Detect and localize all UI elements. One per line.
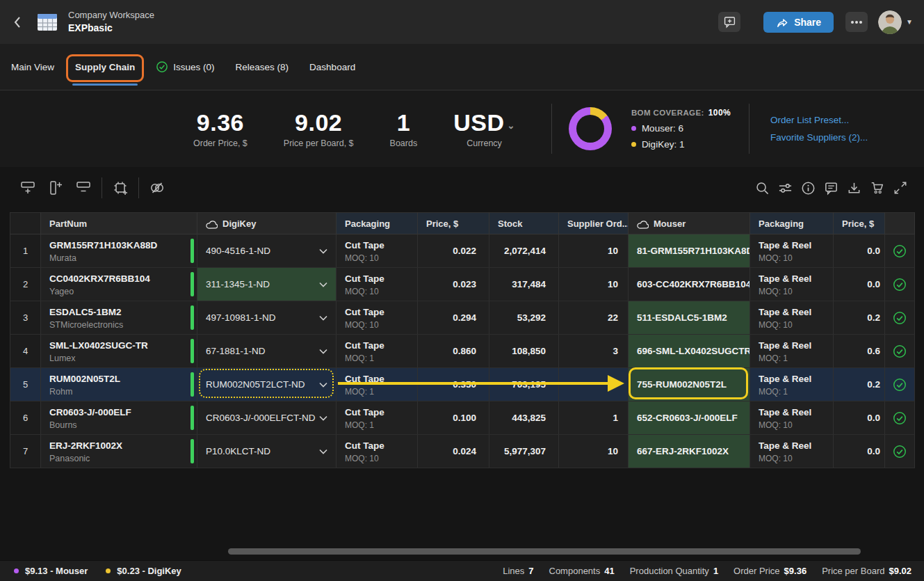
check-circle-icon	[892, 310, 907, 326]
partnum-cell[interactable]: CR0603-J/-000ELFBourns	[41, 401, 197, 435]
supplier-orderable[interactable]: 3	[559, 335, 629, 368]
part-number: ERJ-2RKF1002X	[49, 439, 186, 453]
add-column-button[interactable]	[42, 175, 70, 200]
account-menu-caret[interactable]: ▼	[906, 18, 913, 26]
tab-issues[interactable]: Issues (0)	[156, 56, 214, 77]
share-label: Share	[794, 17, 821, 28]
stat-boards: 1 Boards	[390, 109, 418, 148]
expand-button[interactable]	[889, 175, 911, 200]
supplier-orderable[interactable]: 10	[559, 268, 629, 301]
col-digikey[interactable]: DigiKey	[197, 213, 337, 234]
unlink-button[interactable]	[143, 175, 171, 200]
col-price-digikey[interactable]: Price, $	[418, 213, 489, 234]
status-cell[interactable]	[885, 335, 915, 368]
filter-sliders-icon	[778, 181, 793, 196]
mouser-part-cell[interactable]: 511-ESDALC5-1BM2	[629, 301, 750, 335]
more-options-button[interactable]	[845, 12, 868, 32]
digikey-part-dropdown[interactable]: RUM002N05T2LCT-ND	[197, 368, 337, 401]
cart-button[interactable]	[866, 175, 889, 200]
digikey-part: 497-10981-1-ND	[206, 312, 276, 323]
mouser-packaging-cell: Tape & ReelMOQ: 1	[750, 368, 834, 401]
col-supplier-orderable[interactable]: Supplier Ord...	[559, 213, 629, 234]
back-button[interactable]	[7, 16, 28, 29]
mouser-part-cell[interactable]: 667-ERJ-2RKF1002X	[629, 435, 750, 468]
workspace-name: Company Workspace	[68, 10, 154, 22]
partnum-cell[interactable]: SML-LX0402SUGC-TRLumex	[41, 335, 197, 368]
mouser-part-cell[interactable]: 603-CC402KRX7R6BB104	[629, 268, 750, 301]
partnum-cell[interactable]: ERJ-2RKF1002XPanasonic	[41, 435, 197, 468]
remove-row-button[interactable]	[70, 175, 97, 200]
partnum-cell[interactable]: ESDALC5-1BM2STMicroelectronics	[41, 301, 197, 335]
add-component-button[interactable]	[106, 175, 134, 200]
partnum-cell[interactable]: RUM002N05T2LRohm	[41, 368, 197, 401]
moq: MOQ: 10	[345, 454, 409, 463]
favorite-suppliers-link[interactable]: Favorite Suppliers (2)...	[770, 132, 868, 143]
mouser-part-cell[interactable]: 696-SML-LX0402SUGCTR	[629, 335, 750, 368]
share-button[interactable]: Share	[763, 12, 834, 33]
user-avatar[interactable]	[878, 10, 902, 34]
supplier-orderable[interactable]	[559, 368, 629, 401]
status-cell[interactable]	[885, 268, 915, 301]
col-price-mouser[interactable]: Price, $	[834, 213, 885, 234]
packaging-type: Tape & Reel	[759, 272, 825, 286]
divider	[749, 104, 749, 154]
horizontal-scrollbar-thumb[interactable]	[228, 548, 861, 555]
partnum-cell[interactable]: GRM155R71H103KA88DMurata	[41, 234, 197, 268]
status-cell[interactable]	[885, 301, 915, 335]
currency-value: USD	[453, 109, 504, 136]
digikey-part-dropdown[interactable]: CR0603-J/-000ELFCT-ND	[197, 401, 337, 435]
col-partnum[interactable]: PartNum	[41, 213, 197, 234]
row-number: 7	[10, 435, 41, 468]
digikey-part-dropdown[interactable]: P10.0KLCT-ND	[197, 435, 337, 468]
order-list-preset-link[interactable]: Order List Preset...	[770, 115, 868, 125]
tab-dashboard[interactable]: Dashboard	[309, 58, 355, 77]
col-packaging-mouser[interactable]: Packaging	[750, 213, 834, 234]
availability-bar	[191, 239, 194, 263]
add-row-button[interactable]	[14, 175, 42, 200]
chip-plus-icon	[112, 180, 129, 196]
digikey-part-dropdown[interactable]: 497-10981-1-ND	[197, 301, 337, 335]
stock: 703,195	[489, 368, 559, 401]
comments-button[interactable]	[820, 175, 843, 200]
mouser-part-cell[interactable]: 81-GRM155R71H103KA8D	[629, 234, 750, 268]
mouser-part-cell[interactable]: 652-CR0603-J/-000ELF	[629, 401, 750, 435]
tab-supply-chain[interactable]: Supply Chain	[75, 58, 135, 77]
manufacturer: Yageo	[49, 287, 186, 296]
col-packaging-digikey[interactable]: Packaging	[337, 213, 418, 234]
mouser-part-cell[interactable]: 755-RUM002N05T2L	[629, 368, 750, 401]
digikey-price: 0.100	[418, 401, 489, 435]
mouser-price: 0.0	[834, 234, 885, 268]
packaging-type: Tape & Reel	[759, 406, 825, 420]
info-button[interactable]	[797, 175, 820, 200]
components-stat: Components41	[549, 566, 615, 576]
digikey-packaging-cell: Cut TapeMOQ: 10	[337, 234, 418, 268]
search-button[interactable]	[751, 175, 774, 200]
packaging-type: Tape & Reel	[759, 372, 825, 386]
status-cell[interactable]	[885, 435, 915, 468]
mouser-packaging-cell: Tape & ReelMOQ: 10	[750, 268, 834, 301]
tab-main-view[interactable]: Main View	[11, 58, 54, 77]
digikey-part-dropdown[interactable]: 67-1881-1-ND	[197, 335, 337, 368]
manufacturer: Panasonic	[49, 454, 186, 463]
tab-releases[interactable]: Releases (8)	[236, 58, 289, 77]
supplier-orderable[interactable]: 1	[559, 401, 629, 435]
status-cell[interactable]	[885, 368, 915, 401]
supplier-orderable[interactable]: 10	[559, 234, 629, 268]
supplier-orderable[interactable]: 10	[559, 435, 629, 468]
download-button[interactable]	[843, 175, 866, 200]
part-number: CC0402KRX7R6BB104	[49, 272, 186, 286]
currency-selector[interactable]: USD⌄ Currency	[453, 109, 515, 148]
filter-button[interactable]	[774, 175, 797, 200]
digikey-part-dropdown[interactable]: 311-1345-1-ND	[197, 268, 337, 301]
partnum-cell[interactable]: CC0402KRX7R6BB104Yageo	[41, 268, 197, 301]
supplier-orderable[interactable]: 22	[559, 301, 629, 335]
comment-add-button[interactable]	[718, 12, 740, 32]
col-mouser[interactable]: Mouser	[629, 213, 750, 234]
check-circle-icon	[892, 277, 907, 292]
status-cell[interactable]	[885, 234, 915, 268]
tab-releases-label: Releases (8)	[236, 62, 289, 72]
digikey-part-dropdown[interactable]: 490-4516-1-ND	[197, 234, 337, 268]
col-stock[interactable]: Stock	[489, 213, 559, 234]
status-cell[interactable]	[885, 401, 915, 435]
bom-coverage-donut-chart	[569, 107, 612, 150]
